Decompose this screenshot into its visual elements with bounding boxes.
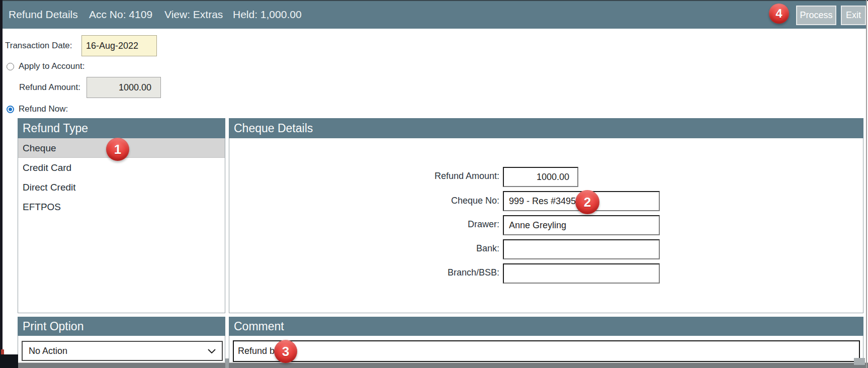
print-option-select[interactable]: No Action: [22, 341, 223, 361]
cheque-refund-amount-input[interactable]: [503, 167, 578, 187]
background-window-corner: [0, 354, 18, 368]
titlebar: Refund Details Acc No: 4109 View: Extras…: [3, 1, 866, 29]
refund-now-label: Refund Now:: [19, 104, 68, 115]
refund-amount-input: [86, 77, 161, 98]
window-left-edge: [0, 0, 3, 368]
view-label: View: Extras: [164, 9, 223, 21]
bank-label: Bank:: [389, 243, 499, 254]
refund-amount-label: Refund Amount:: [19, 82, 80, 93]
window-bottom-scrollbar[interactable]: [0, 362, 868, 368]
refund-type-panel-title: Refund Type: [18, 118, 225, 138]
held-amount-label: Held: 1,000.00: [233, 9, 302, 21]
annotation-badge-1: 1: [106, 138, 129, 161]
comment-input[interactable]: [233, 340, 860, 362]
refund-type-option-direct-credit[interactable]: Direct Credit: [18, 177, 225, 197]
refund-details-window: Refund Details Acc No: 4109 View: Extras…: [0, 0, 868, 368]
chevron-down-icon: [208, 349, 216, 353]
window-top-edge: [0, 0, 868, 1]
refund-type-option-credit-card[interactable]: Credit Card: [18, 158, 225, 177]
branch-bsb-label: Branch/BSB:: [389, 267, 499, 278]
annotation-badge-4: 4: [769, 4, 789, 24]
cheque-no-label: Cheque No:: [389, 196, 499, 206]
cheque-refund-amount-label: Refund Amount:: [389, 171, 499, 181]
scrollbar-notch: [225, 358, 229, 368]
window-title: Refund Details: [9, 9, 78, 21]
exit-button[interactable]: Exit: [841, 6, 866, 25]
refund-type-list: Cheque Credit Card Direct Credit EFTPOS: [18, 138, 225, 313]
comment-panel-title: Comment: [229, 317, 863, 336]
annotation-badge-2: 2: [575, 190, 599, 214]
process-button[interactable]: Process: [796, 6, 836, 25]
drawer-label: Drawer:: [389, 219, 499, 230]
print-option-selected-value: No Action: [29, 346, 67, 356]
transaction-date-label: Transaction Date:: [5, 40, 72, 51]
transaction-date-input[interactable]: [81, 35, 157, 56]
bank-input[interactable]: [503, 239, 660, 259]
annotation-badge-3: 3: [274, 340, 297, 363]
print-option-panel-title: Print Option: [18, 317, 225, 336]
apply-to-account-radio[interactable]: [7, 63, 14, 70]
apply-to-account-label: Apply to Account:: [19, 61, 84, 72]
refund-type-option-eftpos[interactable]: EFTPOS: [18, 197, 225, 217]
drawer-input[interactable]: [503, 215, 660, 235]
account-number-label: Acc No: 4109: [89, 9, 152, 21]
branch-bsb-input[interactable]: [503, 263, 660, 284]
cheque-details-panel-title: Cheque Details: [229, 118, 863, 138]
scrollbar-corner: [854, 358, 865, 365]
background-window-artifact: [1, 349, 4, 354]
refund-now-radio[interactable]: [7, 106, 14, 113]
window-right-edge: [866, 0, 867, 368]
